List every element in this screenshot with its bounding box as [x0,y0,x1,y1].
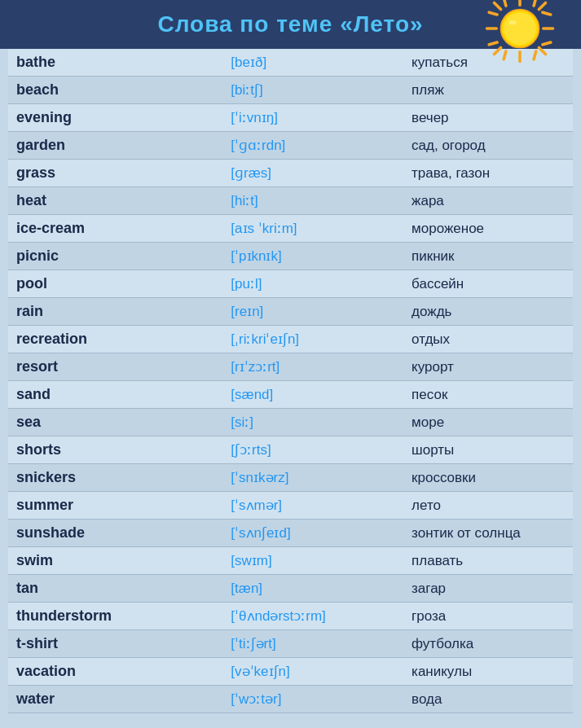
word-cell: shorts [8,436,222,464]
table-row: t-shirt[ˈtiːʃərt]футболка [8,630,573,658]
svg-point-17 [504,12,536,45]
translation-cell: зонтик от солнца [403,520,573,547]
phonetic-cell: [biːtʃ] [222,77,403,104]
table-row: evening[ˈiːvnɪŋ]вечер [8,104,573,132]
translation-cell: футболка [403,630,573,658]
word-cell: vacation [8,658,222,686]
translation-cell: трава, газон [403,160,573,187]
phonetic-cell: [aɪs ˈkriːm] [222,215,403,243]
word-cell: grass [8,160,222,187]
word-cell: tan [8,575,222,603]
table-row: recreation[ˌriːkriˈeɪʃn]отдых [8,326,573,353]
phonetic-cell: [ˈθʌndərstɔːrm] [222,603,403,630]
translation-cell: отдых [403,326,573,353]
phonetic-cell: [puːl] [222,270,403,298]
phonetic-cell: [ɡræs] [222,160,403,187]
word-cell: evening [8,104,222,132]
phonetic-cell: [ˈsnɪkərz] [222,464,403,492]
translation-cell: лето [403,492,573,520]
word-cell: t-shirt [8,630,222,658]
phonetic-cell: [ˈsʌmər] [222,492,403,520]
vocabulary-table-container: bathe[beɪð]купатьсяbeach[biːtʃ]пляжeveni… [0,49,581,713]
phonetic-cell: [reɪn] [222,298,403,326]
translation-cell: гроза [403,603,573,630]
word-cell: sea [8,409,222,436]
svg-line-4 [495,3,501,10]
table-row: vacation[vəˈkeɪʃn]каникулы [8,658,573,686]
table-row: sunshade[ˈsʌnʃeɪd]зонтик от солнца [8,520,573,547]
word-cell: rain [8,298,222,326]
phonetic-cell: [ˈwɔːtər] [222,686,403,713]
table-row: rain[reɪn]дождь [8,298,573,326]
word-cell: sand [8,381,222,409]
sun-decoration [483,0,557,68]
word-cell: summer [8,492,222,520]
word-cell: resort [8,353,222,381]
phonetic-cell: [ʃɔːrts] [222,436,403,464]
svg-line-6 [539,3,545,10]
phonetic-cell: [vəˈkeɪʃn] [222,658,403,686]
phonetic-cell: [ˌriːkriˈeɪʃn] [222,326,403,353]
table-row: shorts[ʃɔːrts]шорты [8,436,573,464]
word-cell: pool [8,270,222,298]
phonetic-cell: [rɪˈzɔːrt] [222,353,403,381]
phonetic-cell: [ˈsʌnʃeɪd] [222,520,403,547]
phonetic-cell: [ˈtiːʃərt] [222,630,403,658]
phonetic-cell: [siː] [222,409,403,436]
translation-cell: вода [403,686,573,713]
word-cell: water [8,686,222,713]
table-row: grass[ɡræs]трава, газон [8,160,573,187]
translation-cell: море [403,409,573,436]
phonetic-cell: [beɪð] [222,49,403,77]
table-row: snickers[ˈsnɪkərz]кроссовки [8,464,573,492]
table-row: summer[ˈsʌmər]лето [8,492,573,520]
svg-line-8 [504,0,506,6]
vocabulary-table: bathe[beɪð]купатьсяbeach[biːtʃ]пляжeveni… [8,49,573,713]
table-row: resort[rɪˈzɔːrt]курорт [8,353,573,381]
translation-cell: курорт [403,353,573,381]
svg-line-10 [489,12,497,15]
phonetic-cell: [sænd] [222,381,403,409]
svg-line-5 [539,47,545,54]
phonetic-cell: [swɪm] [222,547,403,575]
phonetic-cell: [ˈɡɑːrdn] [222,132,403,160]
phonetic-cell: [tæn] [222,575,403,603]
svg-point-18 [509,20,517,24]
word-cell: recreation [8,326,222,353]
svg-line-11 [543,42,551,45]
translation-cell: вечер [403,104,573,132]
phonetic-cell: [ˈiːvnɪŋ] [222,104,403,132]
word-cell: ice-cream [8,215,222,243]
translation-cell: бассейн [403,270,573,298]
table-row: sand[sænd]песок [8,381,573,409]
table-row: water[ˈwɔːtər]вода [8,686,573,713]
table-row: swim[swɪm]плавать [8,547,573,575]
phonetic-cell: [hiːt] [222,187,403,215]
table-row: beach[biːtʃ]пляж [8,77,573,104]
table-row: ice-cream[aɪs ˈkriːm]мороженое [8,215,573,243]
page-wrapper: Слова по теме «Лето» [0,0,581,728]
table-row: thunderstorm[ˈθʌndərstɔːrm]гроза [8,603,573,630]
translation-cell: жара [403,187,573,215]
translation-cell: пляж [403,77,573,104]
table-row: garden[ˈɡɑːrdn]сад, огород [8,132,573,160]
svg-line-7 [495,47,501,54]
translation-cell: кроссовки [403,464,573,492]
table-row: sea[siː]море [8,409,573,436]
translation-cell: пикник [403,243,573,270]
translation-cell: мороженое [403,215,573,243]
word-cell: beach [8,77,222,104]
svg-line-12 [489,42,497,45]
translation-cell: плавать [403,547,573,575]
word-cell: swim [8,547,222,575]
word-cell: thunderstorm [8,603,222,630]
table-row: picnic[ˈpɪknɪk]пикник [8,243,573,270]
svg-line-15 [534,0,536,6]
sun-icon [483,0,557,65]
svg-line-9 [534,51,536,59]
page-title: Слова по теме «Лето» [157,11,423,37]
phonetic-cell: [ˈpɪknɪk] [222,243,403,270]
svg-line-14 [504,51,506,59]
word-cell: picnic [8,243,222,270]
word-cell: snickers [8,464,222,492]
